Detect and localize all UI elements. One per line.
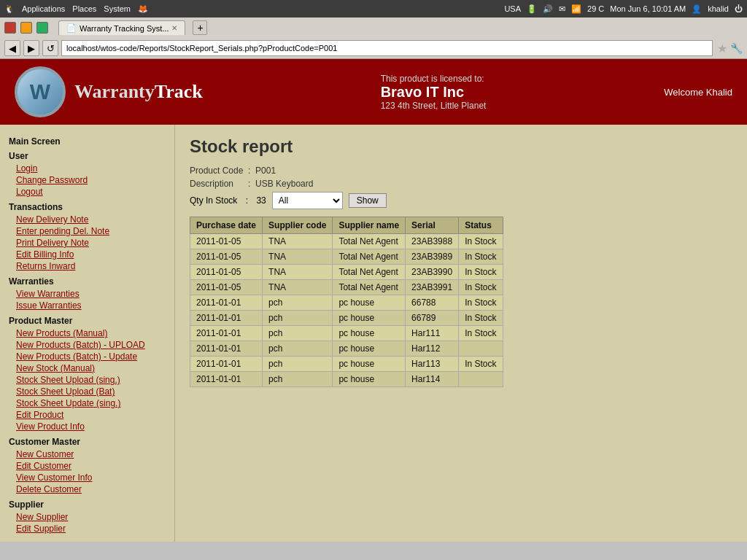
window-close-btn[interactable] — [4, 22, 16, 34]
forward-btn[interactable]: ▶ — [23, 40, 39, 56]
content-area: Stock report Product Code : P001 Descrip… — [175, 125, 747, 542]
stock-table: Purchase date Supplier code Supplier nam… — [190, 217, 503, 387]
description-label: Description — [190, 179, 233, 189]
sidebar-item-print-delivery-note[interactable]: Print Delivery Note — [9, 237, 166, 249]
sidebar-item-new-products-batch-upload[interactable]: New Products (Batch) - UPLOAD — [9, 339, 166, 351]
product-code-label: Product Code — [190, 166, 243, 176]
cell-0-4: In Stock — [459, 234, 503, 249]
page-wrapper: W WarrantyTrack This product is licensed… — [0, 59, 747, 542]
cell-1-4: In Stock — [459, 249, 503, 265]
places-menu[interactable]: Places — [72, 4, 96, 14]
system-menu[interactable]: System — [104, 4, 131, 14]
browser-tab[interactable]: 📄 Warranty Tracking Syst... ✕ — [58, 20, 185, 35]
sidebar-item-edit-product[interactable]: Edit Product — [9, 409, 166, 421]
network-icon: 📶 — [571, 4, 581, 14]
new-tab-btn[interactable]: + — [193, 20, 207, 35]
os-menu[interactable]: 🐧 Applications Places System 🦊 — [4, 4, 148, 14]
cell-8-2: pc house — [333, 357, 406, 372]
os-icon: 🐧 — [4, 4, 15, 14]
sidebar-item-issue-warranties[interactable]: Issue Warranties — [9, 300, 166, 311]
cell-6-1: pch — [263, 326, 333, 341]
show-button[interactable]: Show — [349, 193, 387, 208]
os-status-bar: USA 🔋 🔊 ✉ 📶 29 C Mon Jun 6, 10:01 AM 👤 k… — [504, 4, 743, 14]
cell-3-4: In Stock — [459, 280, 503, 295]
cell-0-2: Total Net Agent — [333, 234, 406, 249]
tab-close-btn[interactable]: ✕ — [171, 24, 177, 32]
cell-7-2: pc house — [333, 341, 406, 357]
sidebar-item-stock-sheet-upload-sing[interactable]: Stock Sheet Upload (sing.) — [9, 374, 166, 386]
sidebar-item-new-stock-manual[interactable]: New Stock (Manual) — [9, 362, 166, 374]
table-row[interactable]: 2011-01-05TNATotal Net Agent23AB3989In S… — [190, 249, 503, 265]
reload-btn[interactable]: ↺ — [42, 40, 58, 56]
table-row[interactable]: 2011-01-01pchpc house66789In Stock — [190, 311, 503, 326]
cell-5-2: pc house — [333, 311, 406, 326]
datetime-display: Mon Jun 6, 10:01 AM — [610, 4, 686, 13]
bookmark-icon[interactable]: ★ — [717, 42, 727, 55]
sidebar-item-new-customer[interactable]: New Customer — [9, 448, 166, 460]
product-code-value: P001 — [255, 166, 276, 176]
status-filter-select[interactable]: All In Stock Out of Stock — [272, 192, 343, 209]
filter-row: Qty In Stock : 33 All In Stock Out of St… — [190, 192, 732, 209]
page-title: Stock report — [190, 136, 732, 157]
back-btn[interactable]: ◀ — [4, 40, 20, 56]
cell-6-4: In Stock — [459, 326, 503, 341]
cell-9-4 — [459, 372, 503, 387]
sidebar-item-view-customer-info[interactable]: View Customer Info — [9, 472, 166, 483]
sidebar-item-edit-supplier[interactable]: Edit Supplier — [9, 523, 166, 534]
sidebar-section-warranties: Warranties — [9, 276, 166, 287]
cell-8-4: In Stock — [459, 357, 503, 372]
locale-indicator: USA — [504, 4, 521, 13]
licensed-to-label: This product is licensed to: — [381, 74, 487, 84]
os-bar: 🐧 Applications Places System 🦊 USA 🔋 🔊 ✉… — [0, 0, 747, 18]
sidebar-item-view-product-info[interactable]: View Product Info — [9, 421, 166, 432]
applications-menu[interactable]: Applications — [22, 4, 65, 14]
sidebar-item-delete-customer[interactable]: Delete Customer — [9, 483, 166, 495]
sidebar-item-enter-pending[interactable]: Enter pending Del. Note — [9, 225, 166, 237]
table-row[interactable]: 2011-01-01pchpc house66788In Stock — [190, 295, 503, 311]
sidebar-item-edit-billing[interactable]: Edit Billing Info — [9, 249, 166, 260]
table-row[interactable]: 2011-01-05TNATotal Net Agent23AB3988In S… — [190, 234, 503, 249]
col-header-purchase-date: Purchase date — [190, 217, 263, 234]
sidebar-section-product-master: Product Master — [9, 316, 166, 326]
sidebar-item-returns-inward[interactable]: Returns Inward — [9, 260, 166, 272]
table-row[interactable]: 2011-01-05TNATotal Net Agent23AB3991In S… — [190, 280, 503, 295]
table-row[interactable]: 2011-01-01pchpc houseHar111In Stock — [190, 326, 503, 341]
qty-value: 33 — [256, 195, 266, 206]
sidebar-item-new-products-batch-update[interactable]: New Products (Batch) - Update — [9, 351, 166, 362]
cell-9-2: pc house — [333, 372, 406, 387]
cell-1-0: 2011-01-05 — [190, 249, 263, 265]
table-row[interactable]: 2011-01-01pchpc houseHar114 — [190, 372, 503, 387]
sidebar-section-transactions: Transactions — [9, 202, 166, 212]
sidebar-item-stock-sheet-update-sing[interactable]: Stock Sheet Update (sing.) — [9, 397, 166, 409]
logo-icon: W — [15, 66, 66, 117]
tab-favicon: 📄 — [66, 23, 77, 33]
window-max-btn[interactable] — [36, 22, 48, 34]
mail-icon: ✉ — [559, 4, 565, 14]
window-min-btn[interactable] — [20, 22, 32, 34]
table-row[interactable]: 2011-01-01pchpc houseHar112 — [190, 341, 503, 357]
power-icon[interactable]: ⏻ — [735, 4, 743, 13]
sidebar-item-view-warranties[interactable]: View Warranties — [9, 288, 166, 300]
col-header-supplier-name: Supplier name — [333, 217, 406, 234]
cell-0-3: 23AB3988 — [406, 234, 459, 249]
cell-5-0: 2011-01-01 — [190, 311, 263, 326]
sidebar-item-new-delivery-note[interactable]: New Delivery Note — [9, 214, 166, 225]
welcome-message: Welcome Khalid — [664, 87, 732, 98]
sidebar-item-edit-customer[interactable]: Edit Customer — [9, 460, 166, 472]
sidebar-item-new-supplier[interactable]: New Supplier — [9, 511, 166, 523]
cell-7-4 — [459, 341, 503, 357]
cell-1-1: TNA — [263, 249, 333, 265]
sidebar-item-change-password[interactable]: Change Password — [9, 174, 166, 186]
sidebar-item-login[interactable]: Login — [9, 163, 166, 174]
sidebar-item-logout[interactable]: Logout — [9, 186, 166, 198]
sidebar-item-new-products-manual[interactable]: New Products (Manual) — [9, 327, 166, 339]
cell-4-2: pc house — [333, 295, 406, 311]
cell-2-0: 2011-01-05 — [190, 265, 263, 280]
url-bar[interactable] — [61, 40, 713, 56]
col-header-status: Status — [459, 217, 503, 234]
table-row[interactable]: 2011-01-01pchpc houseHar113In Stock — [190, 357, 503, 372]
sidebar-item-stock-sheet-upload-bat[interactable]: Stock Sheet Upload (Bat) — [9, 386, 166, 397]
cell-0-1: TNA — [263, 234, 333, 249]
tools-icon[interactable]: 🔧 — [730, 42, 743, 54]
table-row[interactable]: 2011-01-05TNATotal Net Agent23AB3990In S… — [190, 265, 503, 280]
